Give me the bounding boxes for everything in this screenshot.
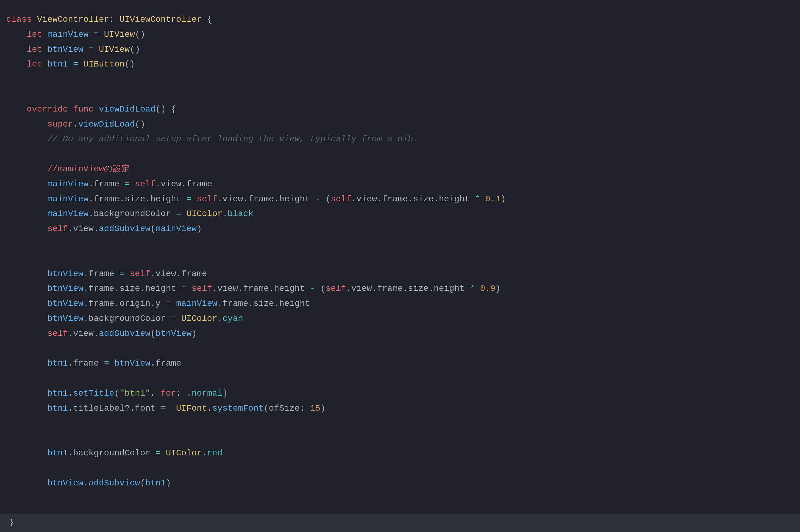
line-12: mainView.frame = self.view.frame xyxy=(6,177,788,192)
line-20: btnView.frame.origin.y = mainView.frame.… xyxy=(6,296,788,311)
line-8: super.viewDidLoad() xyxy=(6,117,788,132)
line-26: btn1.setTitle("btn1", for: .normal) xyxy=(6,386,788,401)
line-17 xyxy=(6,252,788,267)
line-31 xyxy=(6,461,788,476)
code-editor: class ViewController: UIViewController {… xyxy=(0,0,800,532)
line-11: //maminViewの設定 xyxy=(6,162,788,177)
line-24: btn1.frame = btnView.frame xyxy=(6,356,788,371)
line-7: override func viewDidLoad() { xyxy=(6,102,788,117)
line-25 xyxy=(6,371,788,386)
line-3: let btnView = UIView() xyxy=(6,42,788,57)
line-6 xyxy=(6,87,788,102)
line-18: btnView.frame = self.view.frame xyxy=(6,267,788,282)
line-5 xyxy=(6,72,788,87)
line-23 xyxy=(6,341,788,356)
bottom-bar: } xyxy=(0,514,800,532)
line-29 xyxy=(6,431,788,446)
line-4: let btn1 = UIButton() xyxy=(6,57,788,72)
code-content: class ViewController: UIViewController {… xyxy=(6,9,788,532)
line-28 xyxy=(6,416,788,431)
line-30: btn1.backgroundColor = UIColor.red xyxy=(6,446,788,461)
line-33 xyxy=(6,491,788,506)
line-22: self.view.addSubview(btnView) xyxy=(6,326,788,341)
line-2: let mainView = UIView() xyxy=(6,27,788,42)
line-21: btnView.backgroundColor = UIColor.cyan xyxy=(6,311,788,326)
closing-brace: } xyxy=(9,516,14,529)
line-9: // Do any additional setup after loading… xyxy=(6,132,788,147)
line-10 xyxy=(6,147,788,162)
line-27: btn1.titleLabel?.font = UIFont.systemFon… xyxy=(6,401,788,416)
line-13: mainView.frame.size.height = self.view.f… xyxy=(6,192,788,207)
line-19: btnView.frame.size.height = self.view.fr… xyxy=(6,281,788,296)
line-1: class ViewController: UIViewController { xyxy=(6,12,788,27)
line-14: mainView.backgroundColor = UIColor.black xyxy=(6,207,788,222)
line-32: btnView.addSubview(btn1) xyxy=(6,476,788,491)
line-16 xyxy=(6,236,788,252)
line-15: self.view.addSubview(mainView) xyxy=(6,222,788,236)
